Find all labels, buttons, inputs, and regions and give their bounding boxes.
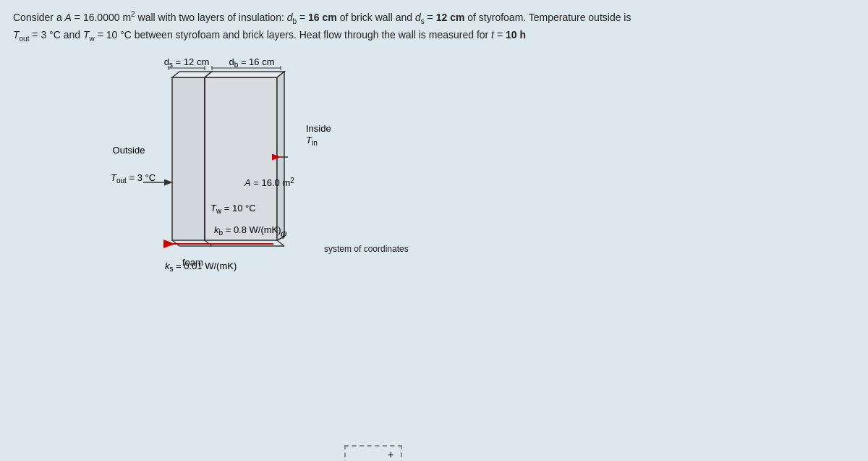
- outside-label: Outside: [113, 145, 145, 156]
- tout-label: Tout = 3 °C: [111, 172, 156, 185]
- brick-front-face: [205, 77, 277, 240]
- foam-front-face: [172, 77, 205, 240]
- wall-diagram-svg: ds = 12 cm db = 16 cm: [56, 52, 346, 298]
- area-label: A = 16.0 m2: [244, 177, 294, 188]
- coord-box: + X: [344, 445, 402, 461]
- brick-right-face: [277, 72, 284, 240]
- coord-plus: +: [388, 449, 393, 460]
- problem-text: Consider a A = 16.0000 m2 wall with two …: [13, 9, 855, 45]
- tin-label: Tin: [306, 135, 318, 147]
- inside-label: Inside: [306, 123, 331, 134]
- kb-label: kb = 0.8 W/(mK): [214, 224, 281, 237]
- foam-label: foam: [182, 257, 203, 268]
- phi-symbol: φ: [281, 228, 287, 239]
- brick-top-face: [205, 72, 284, 77]
- ds-dim-label: ds = 12 cm: [164, 56, 209, 69]
- diagram-svg: ds = 12 cm db = 16 cm: [56, 52, 346, 298]
- problem-line2: Tout = 3 °C and Tw = 10 °C between styro…: [13, 29, 526, 41]
- main-container: Consider a A = 16.0000 m2 wall with two …: [0, 0, 868, 461]
- coord-svg: + X: [346, 447, 401, 461]
- db-dim-label: db = 16 cm: [229, 56, 274, 69]
- diagram-area: ds = 12 cm db = 16 cm: [56, 52, 855, 461]
- svg-line-8: [277, 240, 284, 246]
- problem-line1: Consider a A = 16.0000 m2 wall with two …: [13, 12, 631, 23]
